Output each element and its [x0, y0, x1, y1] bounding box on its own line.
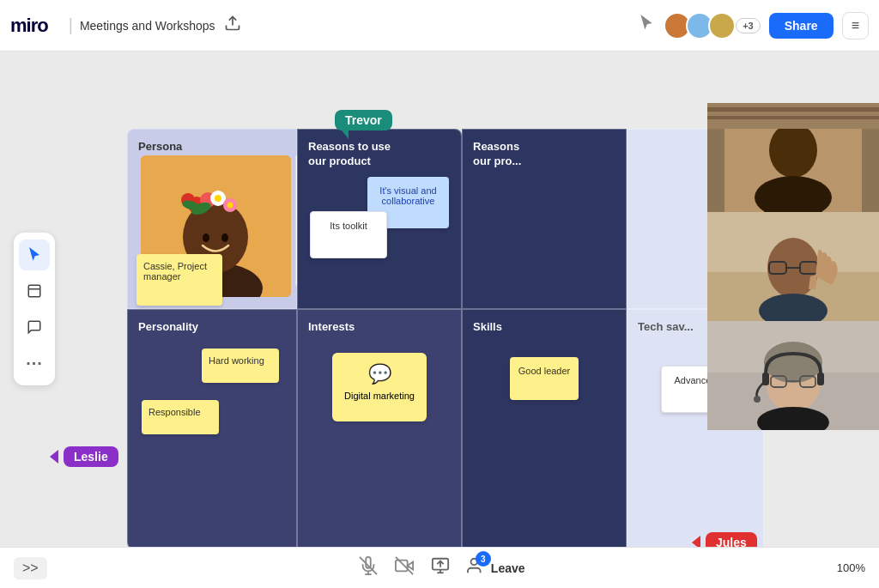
topbar-right: +3 Share ≡	[638, 12, 869, 39]
toolkit-sticky: Its toolkit	[310, 211, 387, 258]
miro-logo: miro	[10, 15, 48, 37]
board-area: Persona	[127, 129, 764, 547]
share-screen-button[interactable]	[431, 556, 450, 579]
leave-button-wrap: 3 Leave	[467, 556, 525, 579]
comment-tool-button[interactable]	[19, 312, 50, 342]
more-tools-button[interactable]: ···	[19, 348, 50, 379]
leave-button[interactable]: Leave	[491, 561, 525, 575]
board-title[interactable]: Meetings and Workshops	[80, 19, 215, 33]
trevor-cursor-arrow	[342, 130, 349, 139]
participants-count-badge: 3	[476, 551, 491, 567]
video-panel	[707, 103, 879, 430]
svg-point-19	[769, 123, 817, 178]
svg-rect-1	[28, 285, 40, 297]
cursor-indicator-icon	[638, 15, 655, 36]
participants-button[interactable]: 3	[467, 556, 486, 579]
bottombar-center: 3 Leave	[47, 556, 837, 579]
svg-point-40	[754, 396, 761, 403]
camera-button[interactable]	[395, 556, 414, 579]
svg-marker-45	[408, 561, 413, 569]
trevor-cursor-label: Trevor	[335, 110, 392, 139]
interests-section: Interests 💬 Digital marketing	[297, 309, 462, 547]
hardworking-sticky: Hard working	[202, 349, 279, 383]
mic-button[interactable]	[359, 556, 378, 579]
trevor-label-bubble: Trevor	[335, 110, 392, 130]
jules-cursor-label: Jules	[692, 532, 757, 547]
interests-title: Interests	[308, 320, 451, 335]
cursor-tool-button[interactable]	[19, 239, 50, 270]
video-frame-1	[707, 103, 879, 212]
digital-marketing-label: Digital marketing	[344, 391, 415, 401]
bottombar: >>	[0, 547, 879, 588]
svg-point-6	[203, 233, 209, 242]
avatar-group: +3	[664, 12, 761, 39]
plus-badge: +3	[736, 18, 761, 33]
skills-title: Skills	[473, 320, 615, 335]
svg-point-7	[221, 233, 228, 242]
upload-button[interactable]	[224, 15, 241, 36]
left-toolbar: ···	[14, 233, 55, 385]
avatar-3	[708, 12, 736, 39]
leslie-cursor-label: Leslie	[50, 446, 118, 467]
svg-rect-22	[707, 107, 879, 112]
responsible-sticky: Responsible	[142, 400, 219, 434]
svg-rect-23	[707, 116, 879, 119]
svg-rect-39	[817, 373, 824, 385]
reasons-section-2: Reasonsour pro...	[462, 129, 627, 309]
chat-icon: 💬	[368, 363, 391, 385]
collapse-button[interactable]: >>	[14, 557, 47, 579]
digital-marketing-card: 💬 Digital marketing	[332, 353, 427, 421]
topbar: miro | Meetings and Workshops +3 Share ≡	[0, 0, 879, 52]
cassie-sticky: Cassie, Project manager	[136, 254, 222, 306]
sticky-note-tool-button[interactable]	[19, 276, 50, 306]
document-button[interactable]: ≡	[842, 12, 869, 39]
share-button[interactable]: Share	[769, 13, 834, 39]
personality-section: Personality Hard working Responsible	[127, 309, 297, 547]
leslie-label-bubble: Leslie	[64, 446, 118, 467]
title-separator: |	[69, 15, 73, 35]
jules-label-bubble: Jules	[706, 532, 757, 547]
reasons-section-1: Reasons to useour product It's visual an…	[297, 129, 462, 309]
canvas[interactable]: ··· Trevor Leslie Jules Persona	[0, 52, 879, 547]
personality-title: Personality	[138, 320, 286, 335]
jules-cursor-arrow	[692, 536, 700, 547]
reasons-section-title: Reasons to useour product	[308, 140, 451, 169]
good-leader-sticky: Good leader	[510, 357, 579, 400]
persona-section-title: Persona	[138, 140, 286, 155]
reasons2-title: Reasonsour pro...	[473, 140, 615, 169]
leslie-cursor-arrow	[50, 450, 58, 464]
video-frame-3	[707, 321, 879, 430]
svg-point-14	[215, 195, 221, 202]
zoom-level: 100%	[837, 561, 865, 574]
video-frame-2	[707, 212, 879, 321]
skills-section: Skills Good leader	[462, 309, 627, 547]
svg-point-16	[227, 203, 233, 209]
persona-section: Persona	[127, 129, 297, 309]
